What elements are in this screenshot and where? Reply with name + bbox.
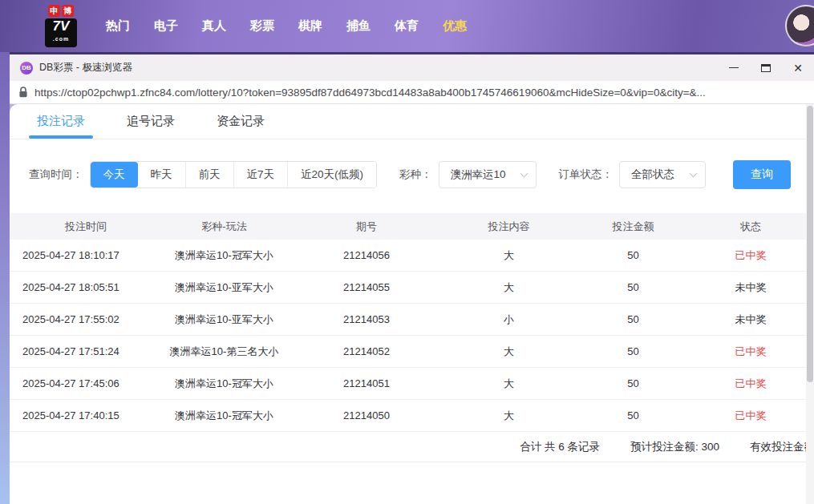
status-select-value: 全部状态 <box>631 167 674 182</box>
table-row: 2025-04-27 17:55:02 澳洲幸运10-亚军大小 21214053… <box>10 304 806 336</box>
cell-game-play: 澳洲幸运10-亚军大小 <box>162 280 286 295</box>
time-option-7days[interactable]: 近7天 <box>233 162 288 187</box>
maximize-icon <box>761 64 771 72</box>
cell-content: 大 <box>447 377 571 391</box>
order-status-label: 订单状态： <box>559 167 614 182</box>
status-badge: 未中奖 <box>695 312 806 327</box>
header-content: 投注内容 <box>447 220 571 234</box>
table-row: 2025-04-27 18:05:51 澳洲幸运10-亚军大小 21214055… <box>10 272 806 304</box>
lock-icon <box>18 87 28 98</box>
time-option-daybefore[interactable]: 前天 <box>185 162 233 187</box>
cell-amount: 50 <box>571 249 695 261</box>
table-row: 2025-04-27 17:51:24 澳洲幸运10-第三名大小 2121405… <box>10 336 806 368</box>
table-header-row: 投注时间 彩种-玩法 期号 投注内容 投注金额 状态 <box>10 213 806 240</box>
header-bet-time: 投注时间 <box>10 220 162 234</box>
time-option-yesterday[interactable]: 昨天 <box>138 162 185 187</box>
nav-item-hot[interactable]: 热门 <box>106 18 130 34</box>
nav-item-lottery[interactable]: 彩票 <box>250 18 274 34</box>
maximize-button[interactable] <box>750 54 782 81</box>
scrollbar-thumb[interactable] <box>807 106 813 382</box>
minimize-button[interactable] <box>718 54 750 81</box>
nav-item-fishing[interactable]: 捕鱼 <box>346 18 371 34</box>
window-controls: ✕ <box>718 54 814 81</box>
nav-item-sports[interactable]: 体育 <box>395 18 419 34</box>
status-badge: 已中奖 <box>695 409 806 423</box>
main-nav: 热门 电子 真人 彩票 棋牌 捕鱼 体育 优惠 <box>106 18 467 34</box>
logo-badge-shen: 申 <box>48 5 60 17</box>
lottery-select[interactable]: 澳洲幸运10 <box>439 161 537 188</box>
header-amount: 投注金额 <box>571 220 695 234</box>
page-background: 投注记录 追号记录 资金记录 查询时间： 今天 昨天 前天 近7天 近20天(低… <box>10 104 814 504</box>
summary-bar: 合计 共 6 条记录 预计投注金额: 300 有效投注金额: <box>10 432 806 462</box>
vertical-scrollbar[interactable] <box>806 104 814 504</box>
logo-badges: 申 博 <box>45 5 77 17</box>
cell-amount: 50 <box>571 345 695 357</box>
cell-bet-time: 2025-04-27 17:45:06 <box>10 377 162 389</box>
query-time-label: 查询时间： <box>29 167 83 182</box>
summary-expected-amount: 预计投注金额: 300 <box>630 440 719 454</box>
tab-bet-records[interactable]: 投注记录 <box>32 114 90 139</box>
tab-chase-records[interactable]: 追号记录 <box>122 114 180 139</box>
close-button[interactable]: ✕ <box>782 54 814 81</box>
time-option-20days[interactable]: 近20天(低频) <box>287 162 376 187</box>
status-badge: 已中奖 <box>695 377 806 391</box>
chevron-down-icon <box>690 169 698 177</box>
browser-window: DB DB彩票 - 极速浏览器 ✕ https://ctop02pchwp1.z… <box>10 52 814 504</box>
chevron-down-icon <box>520 169 528 177</box>
cell-game-play: 澳洲幸运10-亚军大小 <box>162 312 286 327</box>
cell-issue: 21214053 <box>286 313 447 325</box>
header-status: 状态 <box>695 220 806 234</box>
logo-sub: .com <box>47 33 75 46</box>
page-content: 投注记录 追号记录 资金记录 查询时间： 今天 昨天 前天 近7天 近20天(低… <box>10 104 814 504</box>
logo-badge-bo: 博 <box>62 5 74 17</box>
site-logo[interactable]: 申 博 7V.com <box>45 5 77 47</box>
logo-main: 7V.com <box>45 18 77 47</box>
cell-issue: 21214050 <box>286 409 447 421</box>
cell-game-play: 澳洲幸运10-第三名大小 <box>162 345 286 359</box>
cell-game-play: 澳洲幸运10-冠军大小 <box>162 248 286 263</box>
status-badge: 已中奖 <box>695 345 806 359</box>
cell-amount: 50 <box>571 281 695 293</box>
status-badge: 未中奖 <box>695 280 806 295</box>
window-titlebar[interactable]: DB DB彩票 - 极速浏览器 ✕ <box>10 54 814 81</box>
tab-fund-records[interactable]: 资金记录 <box>212 114 269 139</box>
status-badge: 已中奖 <box>695 248 806 263</box>
cell-amount: 50 <box>571 313 695 325</box>
cell-content: 大 <box>447 248 571 263</box>
nav-item-live[interactable]: 真人 <box>202 18 226 34</box>
cell-bet-time: 2025-04-27 18:10:17 <box>10 249 162 261</box>
cell-content: 大 <box>447 280 571 295</box>
status-select[interactable]: 全部状态 <box>619 161 706 188</box>
cell-bet-time: 2025-04-27 17:40:15 <box>10 409 162 421</box>
cell-amount: 50 <box>571 409 695 421</box>
cell-bet-time: 2025-04-27 18:05:51 <box>10 281 162 293</box>
table-row: 2025-04-27 17:40:15 澳洲幸运10-冠军大小 21214050… <box>10 400 806 432</box>
url-text[interactable]: https://ctop02pchwp1.zfnc84.com/lottery/… <box>34 87 706 99</box>
filter-bar: 查询时间： 今天 昨天 前天 近7天 近20天(低频) 彩种： 澳洲幸运10 订… <box>29 160 814 189</box>
cell-issue: 21214056 <box>286 249 447 261</box>
cell-bet-time: 2025-04-27 17:51:24 <box>10 345 162 357</box>
window-title: DB彩票 - 极速浏览器 <box>39 61 132 75</box>
time-option-today[interactable]: 今天 <box>91 162 138 187</box>
lottery-select-value: 澳洲幸运10 <box>451 167 506 182</box>
cell-content: 小 <box>447 312 571 327</box>
cell-content: 大 <box>447 409 571 423</box>
browser-favicon-icon: DB <box>20 62 33 75</box>
bet-records-table: 投注时间 彩种-玩法 期号 投注内容 投注金额 状态 2025-04-27 18… <box>10 213 806 432</box>
avatar[interactable] <box>785 5 814 46</box>
table-row: 2025-04-27 17:45:06 澳洲幸运10-冠军大小 21214051… <box>10 368 806 400</box>
nav-item-electronic[interactable]: 电子 <box>154 18 178 34</box>
time-range-group: 今天 昨天 前天 近7天 近20天(低频) <box>90 161 378 188</box>
cell-amount: 50 <box>571 377 695 389</box>
nav-item-promo[interactable]: 优惠 <box>443 18 467 34</box>
url-bar: https://ctop02pchwp1.zfnc84.com/lottery/… <box>10 81 814 104</box>
search-button[interactable]: 查询 <box>733 160 791 189</box>
nav-item-chess[interactable]: 棋牌 <box>298 18 322 34</box>
summary-total: 合计 共 6 条记录 <box>520 440 600 454</box>
cell-issue: 21214052 <box>286 345 447 357</box>
header-game-play: 彩种-玩法 <box>162 220 286 234</box>
summary-valid-amount: 有效投注金额: <box>750 440 806 454</box>
header-issue: 期号 <box>286 220 447 234</box>
cell-issue: 21214055 <box>286 281 447 293</box>
cell-content: 大 <box>447 345 571 359</box>
